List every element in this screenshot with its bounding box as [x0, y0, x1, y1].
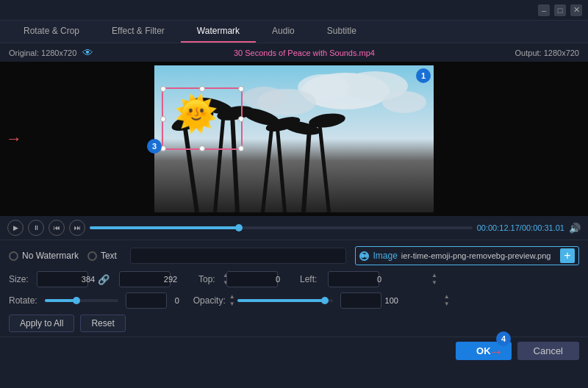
no-watermark-label: No Watermark [22, 251, 79, 261]
svg-point-5 [382, 91, 426, 113]
tab-watermark[interactable]: Watermark [181, 21, 256, 43]
left-up[interactable]: ▲ [430, 272, 439, 279]
watermark-emoji: 🌞 [174, 96, 218, 132]
image-radio[interactable] [359, 251, 369, 261]
opacity-input[interactable] [341, 296, 442, 305]
image-section: Image ier-time-emoji-png-removebg-previe… [355, 246, 579, 265]
eye-icon[interactable]: 👁 [82, 46, 93, 59]
handle-top-left[interactable] [160, 86, 166, 92]
opacity-up[interactable]: ▲ [442, 293, 451, 301]
svg-rect-12 [318, 124, 331, 212]
handle-mid-left[interactable] [160, 116, 166, 122]
handle-bottom-right[interactable] [238, 146, 244, 151]
text-radio[interactable] [87, 251, 97, 261]
left-label: Left: [300, 274, 320, 284]
badge-1: 1 [416, 68, 431, 83]
image-filename: ier-time-emoji-png-removebg-preview.png [401, 251, 556, 260]
no-watermark-radio[interactable] [9, 251, 18, 261]
badge-4: 4 [496, 331, 511, 346]
rotate-slider[interactable] [45, 299, 118, 302]
text-watermark-option[interactable]: Text [87, 251, 117, 261]
tab-audio[interactable]: Audio [256, 21, 311, 43]
close-button[interactable]: ✕ [570, 4, 582, 16]
svg-rect-9 [261, 121, 274, 212]
cancel-button[interactable]: Cancel [517, 342, 579, 360]
title-bar: – □ ✕ [0, 0, 588, 21]
size-row: Size: ▲ ▼ 🔗 ▲ ▼ Top: ▲ ▼ Left: [9, 271, 579, 287]
original-resolution: Original: 1280x720 [9, 48, 76, 57]
opacity-thumb[interactable] [321, 297, 329, 304]
no-watermark-option[interactable]: No Watermark [9, 251, 79, 261]
preview-area: → [0, 62, 588, 216]
link-icon[interactable]: 🔗 [98, 274, 110, 285]
rotate-spinner[interactable]: ▲ ▼ [126, 292, 167, 309]
opacity-spinner[interactable]: ▲ ▼ [340, 292, 381, 309]
badge-3: 3 [147, 139, 162, 154]
top-label: Top: [198, 274, 219, 284]
opacity-down[interactable]: ▼ [442, 301, 451, 308]
handle-mid-right[interactable] [238, 116, 244, 122]
video-preview: 🌞 1 [154, 65, 434, 212]
top-spinner[interactable]: ▲ ▼ [226, 271, 278, 287]
svg-point-4 [243, 87, 287, 109]
arrow-indicator: → [6, 129, 22, 148]
playback-bar: ▶ ⏸ ⏮ ⏭ 00:00:12.17/00:00:31.01 🔊 [0, 216, 588, 240]
filename: 30 Seconds of Peace with Sounds.mp4 [93, 48, 514, 57]
output-resolution: Output: 1280x720 [515, 48, 579, 57]
tabs-bar: Rotate & Crop Effect & Filter Watermark … [0, 21, 588, 43]
opacity-label: Opacity: [193, 295, 230, 306]
next-frame-button[interactable]: ⏭ [69, 220, 85, 236]
text-input-area[interactable] [130, 248, 347, 264]
apply-all-button[interactable]: Apply to All [9, 315, 74, 332]
rotate-thumb[interactable] [73, 297, 80, 304]
progress-bar[interactable] [90, 226, 473, 229]
add-image-button[interactable]: + [560, 248, 575, 263]
rotate-opacity-row: Rotate: ▲ ▼ Opacity: ▲ ▼ [9, 292, 579, 309]
controls-panel: No Watermark Text Image ier-time-emoji-p… [0, 240, 588, 337]
pause-button[interactable]: ⏸ [28, 220, 44, 236]
watermark-selection-box[interactable]: 🌞 [162, 87, 243, 150]
minimize-button[interactable]: – [538, 4, 550, 16]
watermark-type-row: No Watermark Text Image ier-time-emoji-p… [9, 246, 579, 265]
volume-icon[interactable]: 🔊 [569, 223, 581, 234]
play-button[interactable]: ▶ [7, 220, 24, 236]
image-label: Image [373, 251, 397, 261]
handle-bottom-mid[interactable] [199, 146, 205, 151]
opacity-slider[interactable] [237, 299, 333, 302]
svg-rect-10 [276, 128, 287, 212]
info-row: Original: 1280x720 👁 30 Seconds of Peace… [0, 43, 588, 62]
left-down[interactable]: ▼ [430, 279, 439, 287]
height-spinner[interactable]: ▲ ▼ [119, 271, 171, 287]
prev-frame-button[interactable]: ⏮ [49, 220, 65, 236]
handle-top-mid[interactable] [199, 86, 205, 92]
time-display: 00:00:12.17/00:00:31.01 [477, 223, 564, 232]
left-spinner[interactable]: ▲ ▼ [328, 271, 379, 287]
handle-top-right[interactable] [238, 86, 244, 92]
width-spinner[interactable]: ▲ ▼ [37, 271, 88, 287]
footer: → 4 OK Cancel [0, 337, 588, 364]
size-label: Size: [9, 274, 29, 284]
tab-subtitle[interactable]: Subtitle [311, 21, 373, 43]
svg-rect-11 [301, 132, 312, 212]
tab-rotate-crop[interactable]: Rotate & Crop [7, 21, 96, 43]
maximize-button[interactable]: □ [554, 4, 566, 16]
bottom-buttons-row: Apply to All Reset [9, 315, 579, 332]
left-input[interactable] [329, 275, 430, 284]
text-label: Text [101, 251, 117, 261]
rotate-label: Rotate: [9, 295, 37, 306]
tab-effect-filter[interactable]: Effect & Filter [96, 21, 181, 43]
reset-button[interactable]: Reset [80, 315, 125, 332]
